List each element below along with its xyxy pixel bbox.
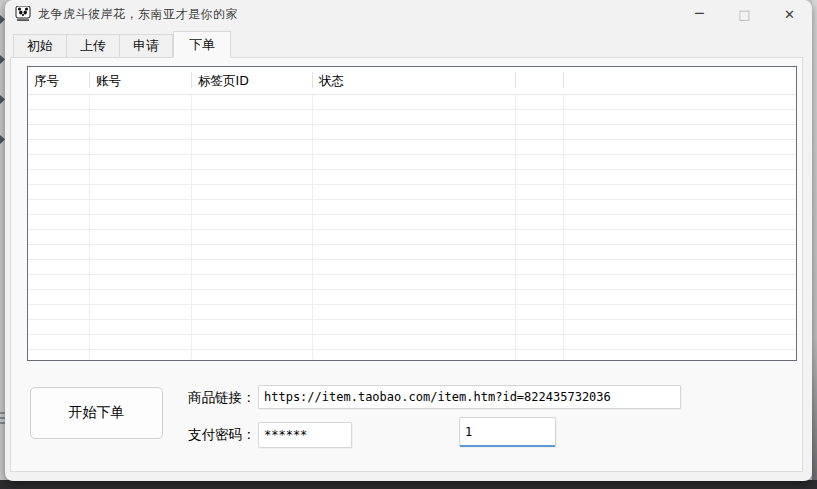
grid-line <box>515 95 516 359</box>
minimize-icon: ─ <box>695 5 703 21</box>
minimize-button[interactable]: ─ <box>677 0 722 28</box>
table-header-row: 序号 账号 标签页ID 状态 <box>28 67 796 95</box>
maximize-button: □ <box>722 0 767 28</box>
column-header-empty[interactable] <box>516 67 564 94</box>
quantity-input[interactable] <box>459 417 556 447</box>
tab-strip: 初始 上传 申请 下单 <box>13 31 231 58</box>
product-link-input[interactable] <box>258 385 681 409</box>
app-window: 龙争虎斗彼岸花，东南亚才是你的家 ─ □ ✕ 初始 上传 申请 下单 <box>5 0 812 481</box>
panda-app-icon <box>15 6 31 22</box>
tab-label: 上传 <box>80 37 106 55</box>
orders-table: 序号 账号 标签页ID 状态 <box>27 66 797 361</box>
grid-line <box>312 95 313 359</box>
column-header-tab-id[interactable]: 标签页ID <box>192 67 313 94</box>
start-order-button[interactable]: 开始下单 <box>30 387 163 439</box>
close-button[interactable]: ✕ <box>767 0 812 28</box>
window-shadow-edge <box>812 0 817 481</box>
titlebar[interactable]: 龙争虎斗彼岸花，东南亚才是你的家 ─ □ ✕ <box>5 0 812 28</box>
column-header-filler <box>564 67 796 94</box>
tab-label: 初始 <box>27 37 53 55</box>
column-header-status[interactable]: 状态 <box>313 67 516 94</box>
payment-password-label: 支付密码： <box>188 426 256 444</box>
close-icon: ✕ <box>784 7 795 22</box>
tab-label: 下单 <box>189 36 215 54</box>
taskbar-edge <box>0 480 817 489</box>
product-link-label: 商品链接： <box>188 389 256 407</box>
grid-line <box>89 95 90 359</box>
tab-apply[interactable]: 申请 <box>120 34 173 58</box>
maximize-icon: □ <box>738 7 750 22</box>
column-header-account[interactable]: 账号 <box>90 67 192 94</box>
grid-line <box>563 95 564 359</box>
window-controls: ─ □ ✕ <box>677 0 812 28</box>
grid-line <box>191 95 192 359</box>
tab-place-order[interactable]: 下单 <box>173 31 231 58</box>
tab-upload[interactable]: 上传 <box>67 34 120 58</box>
tab-page-place-order: 序号 账号 标签页ID 状态 开始下单 商品链接： 支付密码： <box>10 57 803 472</box>
window-title: 龙争虎斗彼岸花，东南亚才是你的家 <box>38 6 238 23</box>
tab-initial[interactable]: 初始 <box>13 34 67 58</box>
table-body-empty[interactable] <box>28 95 796 359</box>
column-header-index[interactable]: 序号 <box>28 67 90 94</box>
payment-password-input[interactable] <box>258 422 352 448</box>
tab-label: 申请 <box>133 37 159 55</box>
